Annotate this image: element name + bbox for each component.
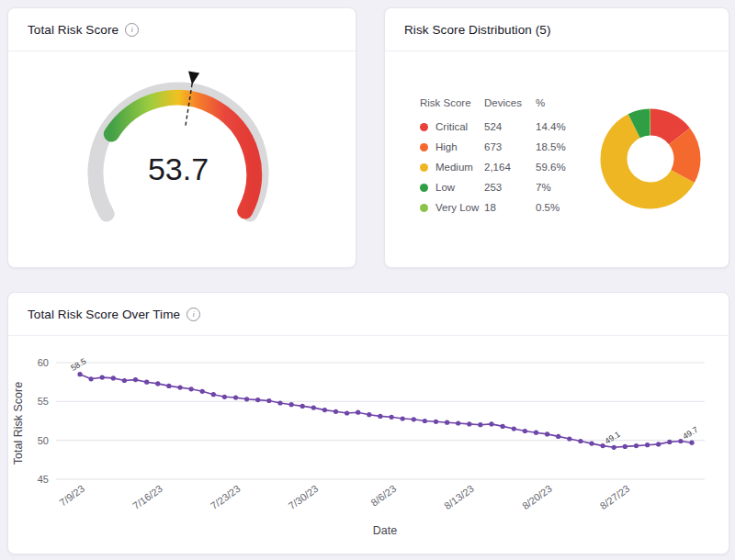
legend-color-dot [420, 204, 428, 212]
data-point[interactable] [567, 436, 571, 441]
legend-label: Low [435, 182, 455, 193]
legend-row[interactable]: Critical 524 14.4% [420, 117, 582, 137]
data-point[interactable] [222, 395, 227, 399]
y-tick-label: 50 [38, 435, 49, 446]
data-point[interactable] [412, 417, 416, 421]
data-point[interactable] [423, 419, 427, 423]
info-icon[interactable]: i [125, 23, 139, 37]
data-point[interactable] [356, 410, 360, 415]
legend-row[interactable]: Low 253 7% [420, 177, 582, 197]
legend-percent: 14.4% [536, 121, 582, 132]
legend-row[interactable]: Medium 2,164 59.6% [420, 157, 582, 177]
legend-color-dot [420, 143, 428, 151]
legend-devices: 673 [484, 141, 536, 152]
data-point[interactable] [612, 445, 616, 450]
data-point[interactable] [667, 440, 672, 444]
data-point[interactable] [545, 431, 549, 436]
data-point[interactable] [634, 443, 639, 448]
data-point[interactable] [523, 429, 527, 433]
data-point[interactable] [401, 416, 405, 420]
data-point[interactable] [77, 372, 82, 376]
legend-label-cell: Low [420, 182, 484, 193]
legend-percent: 7% [536, 182, 582, 193]
data-point[interactable] [678, 439, 683, 443]
legend-color-dot [420, 123, 428, 131]
info-icon[interactable]: i [187, 308, 200, 321]
risk-over-time-line-chart: Date Total Risk Score 455055607/9/237/16… [8, 336, 729, 554]
data-point[interactable] [601, 443, 605, 448]
data-point[interactable] [489, 421, 493, 426]
legend-label: Medium [435, 162, 473, 173]
data-point[interactable] [133, 377, 138, 382]
gauge-card-header: Total Risk Score i [8, 8, 356, 51]
data-point[interactable] [155, 381, 160, 386]
y-tick-label: 60 [38, 357, 49, 368]
data-point[interactable] [200, 389, 205, 394]
legend-header-risk-score: Risk Score [420, 97, 484, 108]
timeseries-card-title: Total Risk Score Over Time [28, 308, 180, 321]
legend-label: Very Low [435, 202, 479, 213]
data-point[interactable] [177, 386, 182, 390]
data-point[interactable] [144, 380, 149, 385]
legend-color-dot [420, 184, 428, 192]
data-point[interactable] [300, 404, 305, 409]
data-point[interactable] [434, 420, 438, 424]
data-point[interactable] [289, 402, 294, 407]
data-point[interactable] [390, 415, 394, 420]
risk-score-distribution-card: Risk Score Distribution (5) Risk Score D… [384, 7, 729, 268]
data-point[interactable] [689, 441, 694, 445]
legend-header-row: Risk Score Devices % [420, 97, 582, 108]
data-point[interactable] [589, 442, 594, 446]
data-point[interactable] [211, 392, 216, 397]
data-point[interactable] [578, 439, 582, 443]
x-tick-label: 7/23/23 [209, 483, 243, 511]
data-point[interactable] [367, 412, 371, 417]
data-point[interactable] [322, 408, 327, 412]
gauge-card-title: Total Risk Score [28, 23, 119, 37]
data-point[interactable] [467, 421, 471, 426]
data-point[interactable] [501, 424, 505, 429]
data-point[interactable] [478, 422, 482, 427]
data-point[interactable] [456, 420, 460, 425]
data-point[interactable] [111, 375, 116, 380]
x-axis-title: Date [373, 524, 397, 537]
legend-label-cell: High [420, 141, 484, 152]
legend-percent: 18.5% [536, 141, 582, 152]
legend-label-cell: Critical [420, 121, 484, 132]
data-point[interactable] [311, 406, 316, 410]
data-point[interactable] [334, 409, 338, 414]
legend-percent: 59.6% [536, 162, 582, 173]
data-point[interactable] [556, 434, 560, 439]
data-point[interactable] [623, 444, 628, 449]
x-tick-label: 7/30/23 [287, 483, 321, 511]
data-point[interactable] [645, 442, 650, 447]
risk-score-line [80, 375, 692, 448]
data-point[interactable] [445, 420, 449, 425]
data-point[interactable] [89, 376, 94, 381]
distribution-card-body: Risk Score Devices % Critical 524 14.4% … [385, 51, 729, 218]
data-point[interactable] [244, 397, 249, 401]
data-point[interactable] [656, 442, 661, 446]
data-point[interactable] [512, 426, 516, 431]
data-point[interactable] [233, 396, 238, 400]
data-point[interactable] [166, 384, 171, 388]
point-annotation: 49.7 [681, 425, 699, 442]
legend-row[interactable]: High 673 18.5% [420, 137, 582, 157]
data-point[interactable] [534, 431, 538, 435]
legend-percent: 0.5% [536, 202, 582, 213]
data-point[interactable] [277, 400, 282, 405]
legend-row[interactable]: Very Low 18 0.5% [420, 197, 582, 218]
data-point[interactable] [266, 398, 271, 403]
timeseries-card-header: Total Risk Score Over Time i [8, 293, 729, 336]
legend-header-percent: % [536, 97, 582, 108]
data-point[interactable] [122, 378, 127, 383]
data-point[interactable] [100, 375, 105, 380]
data-point[interactable] [345, 410, 349, 415]
data-point[interactable] [378, 414, 382, 419]
distribution-card-header: Risk Score Distribution (5) [385, 8, 729, 51]
data-point[interactable] [255, 398, 260, 402]
legend-label: High [435, 141, 458, 152]
point-annotation: 49.1 [604, 430, 622, 446]
y-axis-title: Total Risk Score [12, 382, 25, 465]
data-point[interactable] [189, 386, 194, 391]
